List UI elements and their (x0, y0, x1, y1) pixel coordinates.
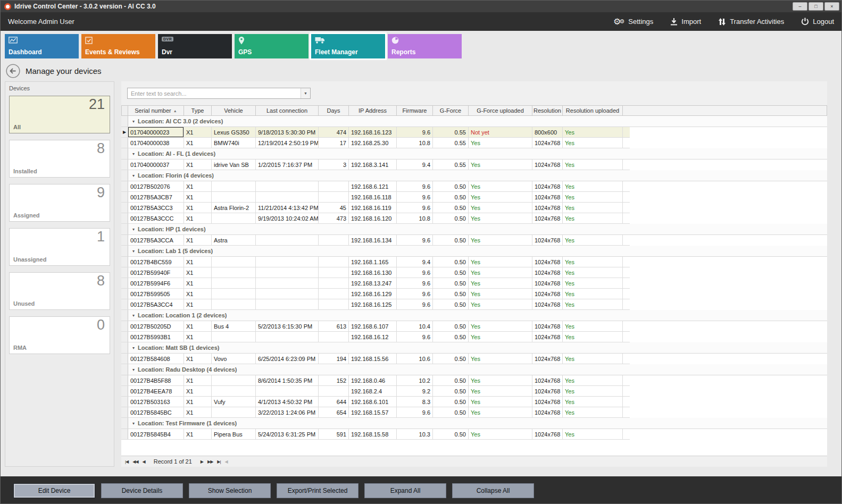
tab-reports[interactable]: Reports (388, 34, 462, 58)
logout-button[interactable]: Logout (801, 18, 834, 26)
device-row[interactable]: 00127B5993B1X1192.168.16.129.60.50Yes102… (121, 332, 630, 342)
row-indicator (121, 407, 128, 417)
expand-all-button[interactable]: Expand All (364, 483, 446, 498)
tab-label: Dashboard (9, 48, 42, 56)
device-row[interactable]: 00127B4EEA78X1192.168.2.49.20.50Yes1024x… (121, 386, 630, 397)
device-row[interactable]: 00127B59940FX1192.168.16.1309.60.50Yes10… (121, 267, 630, 278)
cell-resolution: 1024x768 (532, 299, 563, 309)
group-row[interactable]: ▾Location: Florin (4 devices) (121, 170, 827, 181)
device-filter-card-assigned[interactable]: 9Assigned (9, 184, 110, 222)
device-row[interactable]: 00127B50205DX1Bus 45/2/2013 6:15:30 PM61… (121, 321, 630, 332)
tab-dashboard[interactable]: Dashboard (5, 34, 79, 58)
cell-days (319, 299, 349, 309)
card-label: Unused (13, 300, 35, 307)
show-selection-button[interactable]: Show Selection (189, 483, 271, 498)
device-row[interactable]: 00127B584608X1Vovo6/25/2014 6:23:09 PM19… (121, 354, 630, 364)
device-filter-card-rma[interactable]: 0RMA (9, 316, 110, 354)
search-input[interactable] (128, 88, 301, 98)
group-row[interactable]: ▾Location: Radu Desktop (4 devices) (121, 364, 827, 375)
device-row[interactable]: 00127B5A3CC3X1Astra Florin-211/21/2014 4… (121, 203, 630, 213)
column-header-firmware[interactable]: Firmware (397, 105, 433, 116)
next-record-button[interactable]: ▶ (201, 459, 203, 464)
cell-resolution: 1024x768 (532, 159, 563, 170)
column-header-resolution[interactable]: Resolution (532, 105, 563, 116)
tab-dvr[interactable]: DVRDvr (158, 34, 232, 58)
cell-vehicle (212, 332, 256, 342)
column-header-resolution-uploaded[interactable]: Resolution uploaded (563, 105, 623, 116)
first-record-button[interactable]: |◀ (125, 459, 128, 464)
device-details-button[interactable]: Device Details (101, 483, 183, 498)
column-header-g-force[interactable]: G-Force (433, 105, 469, 116)
cell-resolution-uploaded: Yes (563, 289, 623, 299)
import-label: Import (681, 18, 701, 26)
column-header-vehicle[interactable]: Vehicle (212, 105, 256, 116)
group-row[interactable]: ▾Location: Matt SB (1 devices) (121, 342, 827, 354)
export-print-selected-button[interactable]: Export/Print Selected (277, 483, 359, 498)
device-filter-card-unassigned[interactable]: 1Unassigned (9, 228, 110, 266)
device-row[interactable]: 017040000037X1idrive Van SB1/2/2015 7:16… (121, 159, 630, 170)
device-row[interactable]: 00127B5A3CCAX1Astra192.168.16.1349.60.50… (121, 235, 630, 246)
search-dropdown-icon[interactable]: ▼ (301, 88, 310, 98)
minimize-button[interactable]: – (793, 2, 807, 11)
device-row[interactable]: 00127B5845BCX13/22/2013 1:24:06 PM654192… (121, 407, 630, 418)
back-button[interactable] (6, 64, 20, 78)
device-row[interactable]: 00127B502076X1192.168.6.1219.60.50Yes102… (121, 181, 630, 192)
next-page-button[interactable]: ▶▶ (207, 459, 213, 464)
device-filter-card-installed[interactable]: 8Installed (9, 140, 110, 178)
cell-ip: 192.168.16.12 (349, 332, 397, 342)
group-row[interactable]: ▾Location: Test Firmware (1 devices) (121, 418, 827, 429)
device-row[interactable]: 00127B4B5F88X18/6/2014 1:50:35 PM152192.… (121, 375, 630, 386)
device-filter-card-all[interactable]: 21All (9, 96, 110, 133)
column-label: Resolution uploaded (566, 107, 619, 114)
tab-label: Dvr (162, 48, 172, 56)
device-row[interactable]: 017040000038X1BMW740i12/19/2014 2:50:19 … (121, 138, 630, 148)
group-row[interactable]: ▾Location: Lab 1 (5 devices) (121, 246, 827, 257)
transfer-activities-button[interactable]: Transfer Activities (718, 18, 784, 26)
group-row[interactable]: ▾Location: Location 1 (2 devices) (121, 310, 827, 321)
import-button[interactable]: Import (670, 18, 701, 26)
column-header-type[interactable]: Type (184, 105, 212, 116)
last-record-button[interactable]: ▶| (217, 459, 220, 464)
cell-last-connection: 5/24/2013 6:31:25 PM (256, 429, 319, 439)
column-header-last-connection[interactable]: Last connection (256, 105, 319, 116)
prev-record-button[interactable]: ◀ (143, 459, 145, 464)
card-count: 1 (97, 229, 105, 245)
tab-gps[interactable]: GPS (235, 34, 309, 58)
group-row[interactable]: ▾Location: Al CC 3.0 (2 devices) (121, 116, 827, 127)
column-header-days[interactable]: Days (319, 105, 349, 116)
column-header-ip-address[interactable]: IP Address (349, 105, 397, 116)
device-row[interactable]: ▶017040000023X1Lexus GS3509/18/2013 5:30… (121, 127, 630, 138)
device-filter-card-unused[interactable]: 8Unused (9, 272, 110, 310)
settings-button[interactable]: ⚙⚙Settings (613, 18, 653, 26)
group-label: Location: Al CC 3.0 (2 devices) (138, 118, 223, 124)
device-row[interactable]: 00127B5845B4X1Pipera Bus5/24/2013 6:31:2… (121, 429, 630, 440)
cell-g-force: 0.50 (433, 407, 469, 417)
cell-ip: 192.168.16.125 (349, 299, 397, 309)
device-row[interactable]: 00127B5A3CC4X1192.168.16.1259.60.50Yes10… (121, 299, 630, 310)
close-button[interactable]: × (824, 2, 839, 11)
cell-g-force-uploaded: Yes (469, 299, 532, 309)
device-row[interactable]: 00127B4BC559X1192.168.1.1659.40.50Yes102… (121, 257, 630, 267)
maximize-button[interactable]: □ (808, 2, 823, 11)
group-row[interactable]: ▾Location: Al - FL (1 devices) (121, 148, 827, 159)
window-controls: – □ × (793, 2, 839, 11)
cell-g-force: 0.50 (433, 386, 469, 396)
cell-serial: 00127B5845B4 (128, 429, 184, 439)
group-row[interactable]: ▾Location: HP (1 devices) (121, 224, 827, 235)
column-header-serial-number[interactable]: Serial number▲ (128, 105, 184, 116)
column-header-g-force-uploaded[interactable]: G-Force uploaded (469, 105, 532, 116)
device-row[interactable]: 00127B503163X1Vufy4/1/2013 4:50:32 PM644… (121, 397, 630, 407)
cell-resolution: 1024x768 (532, 138, 563, 148)
device-row[interactable]: 00127B599505X1192.168.16.1299.60.50Yes10… (121, 289, 630, 299)
tab-fleet-manager[interactable]: Fleet Manager (311, 34, 385, 58)
collapse-all-button[interactable]: Collapse All (452, 483, 534, 498)
cell-firmware: 9.6 (397, 127, 433, 137)
prev-page-button[interactable]: ◀◀ (132, 459, 138, 464)
device-row[interactable]: 00127B5994F6X1192.168.13.2479.60.50Yes10… (121, 278, 630, 289)
cell-serial: 00127B5A3CCC (128, 213, 184, 223)
row-indicator (121, 159, 128, 170)
device-row[interactable]: 00127B5A3CB7X1192.168.16.1189.60.50Yes10… (121, 192, 630, 203)
device-row[interactable]: 00127B5A3CCCX19/19/2013 10:24:02 AM47319… (121, 213, 630, 224)
tab-events-reviews[interactable]: Events & Reviews (81, 34, 155, 58)
edit-device-button[interactable]: Edit Device (13, 483, 95, 498)
